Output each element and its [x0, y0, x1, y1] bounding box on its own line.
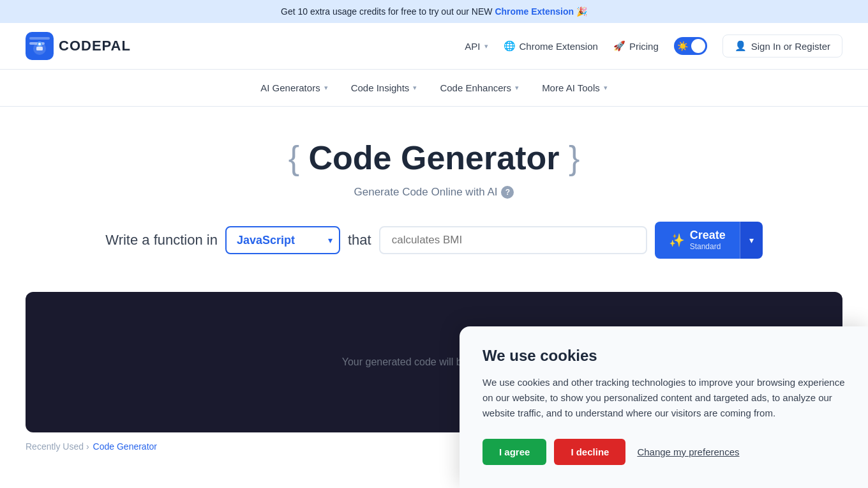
language-select-wrapper: JavaScript Python TypeScript Java C++ C#… — [225, 226, 340, 254]
theme-toggle[interactable]: ☀️ — [674, 37, 707, 55]
nav-chrome-label: Chrome Extension — [520, 41, 598, 52]
sidebar-item-more-ai-tools[interactable]: More AI Tools ▾ — [533, 79, 617, 97]
help-icon[interactable]: ? — [501, 186, 514, 199]
code-enhancers-label: Code Enhancers — [440, 82, 511, 93]
sidebar-item-code-insights[interactable]: Code Insights ▾ — [342, 79, 426, 97]
create-button-group: ✨ Create Standard ▾ — [655, 222, 763, 259]
cookie-buttons: I agree I decline Change my preferences — [483, 439, 845, 455]
logo-area: CODEPAL — [26, 32, 131, 60]
subtitle: Generate Code Online with AI ? — [13, 186, 855, 199]
create-split-button[interactable]: ▾ — [740, 222, 763, 259]
sparkle-icon: ✨ — [669, 233, 685, 248]
create-main-text: Create — [690, 229, 726, 242]
sidebar-item-code-enhancers[interactable]: Code Enhancers ▾ — [431, 79, 528, 97]
cookie-dialog: We use cookies We use cookies and other … — [460, 326, 868, 455]
nav-pricing-label: Pricing — [629, 41, 659, 52]
secondary-nav: AI Generators ▾ Code Insights ▾ Code Enh… — [0, 70, 868, 107]
language-select[interactable]: JavaScript Python TypeScript Java C++ C#… — [225, 226, 340, 254]
chrome-emoji-icon: 🌐 — [504, 40, 516, 52]
main-content: { Code Generator } Generate Code Online … — [0, 107, 868, 278]
title-brace-open: { — [288, 139, 309, 176]
decline-button[interactable]: I decline — [554, 439, 625, 455]
theme-toggle-knob — [691, 39, 705, 53]
ai-generators-chevron-icon: ▾ — [324, 84, 328, 92]
sign-in-button[interactable]: 👤 Sign In or Register — [722, 34, 842, 57]
title-main: Code Generator — [309, 139, 560, 176]
title-brace-close: } — [559, 139, 580, 176]
api-chevron-icon: ▾ — [484, 42, 488, 50]
generator-row: Write a function in JavaScript Python Ty… — [13, 222, 855, 259]
nav-pricing[interactable]: 🚀 Pricing — [613, 40, 659, 52]
top-banner: Get 10 extra usage credits for free to t… — [0, 0, 868, 23]
more-ai-tools-label: More AI Tools — [542, 82, 600, 93]
create-sub-text: Standard — [690, 242, 721, 251]
banner-text: Get 10 extra usage credits for free to t… — [281, 6, 492, 17]
change-preferences-button[interactable]: Change my preferences — [633, 439, 743, 455]
sidebar-item-ai-generators[interactable]: AI Generators ▾ — [251, 79, 336, 97]
page-title: { Code Generator } — [13, 139, 855, 177]
agree-button[interactable]: I agree — [483, 439, 546, 455]
code-insights-chevron-icon: ▾ — [413, 84, 417, 92]
svg-rect-4 — [36, 47, 43, 50]
function-input[interactable] — [379, 226, 647, 254]
subtitle-text: Generate Code Online with AI — [354, 186, 498, 199]
logo-icon — [26, 32, 54, 60]
create-button[interactable]: ✨ Create Standard — [655, 222, 740, 259]
code-insights-label: Code Insights — [351, 82, 410, 93]
recently-used-label: Recently Used › — [26, 441, 89, 452]
breadcrumb-current-page[interactable]: Code Generator — [93, 441, 157, 452]
nav-api[interactable]: API ▾ — [465, 41, 488, 52]
create-btn-label: Create Standard — [690, 229, 726, 251]
banner-link[interactable]: Chrome Extension 🎉 — [495, 6, 587, 17]
sign-in-label: Sign In or Register — [751, 41, 830, 52]
that-label: that — [348, 232, 371, 248]
logo-text: CODEPAL — [59, 38, 131, 54]
header: CODEPAL API ▾ 🌐 Chrome Extension 🚀 Prici… — [0, 23, 868, 70]
user-icon: 👤 — [735, 40, 747, 52]
code-enhancers-chevron-icon: ▾ — [515, 84, 519, 92]
nav-chrome-extension[interactable]: 🌐 Chrome Extension — [504, 40, 598, 52]
nav-api-label: API — [465, 41, 480, 52]
svg-rect-1 — [29, 37, 50, 40]
cookie-description: We use cookies and other tracking techno… — [483, 375, 845, 421]
more-ai-tools-chevron-icon: ▾ — [604, 84, 608, 92]
sun-icon: ☀️ — [677, 41, 688, 51]
header-nav: API ▾ 🌐 Chrome Extension 🚀 Pricing ☀️ 👤 … — [465, 34, 842, 57]
write-label: Write a function in — [105, 232, 218, 248]
svg-point-6 — [38, 43, 41, 45]
ai-generators-label: AI Generators — [260, 82, 320, 93]
cookie-title: We use cookies — [483, 347, 845, 365]
pricing-emoji-icon: 🚀 — [613, 40, 625, 52]
